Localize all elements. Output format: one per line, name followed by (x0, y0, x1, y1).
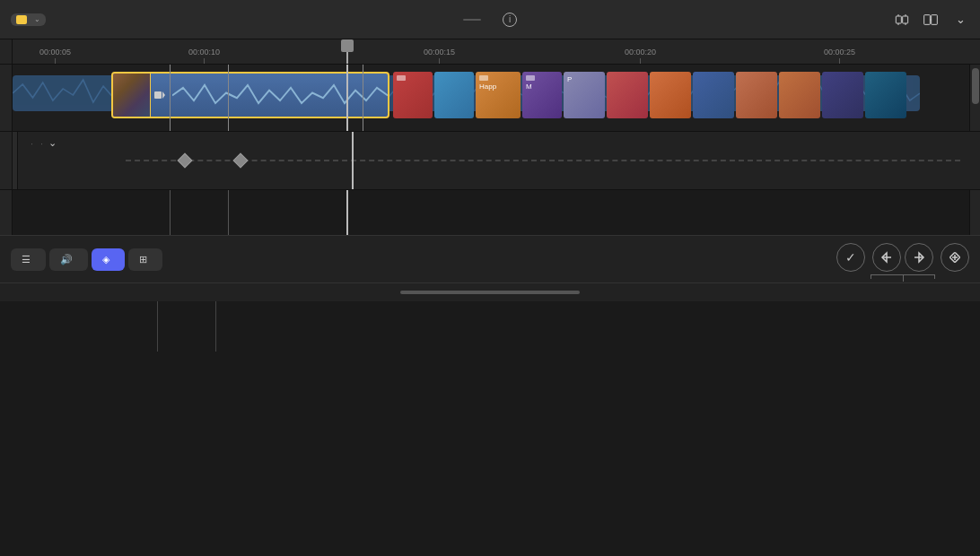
bottom-vline-1 (157, 301, 158, 352)
animate-icon: ◈ (102, 254, 109, 265)
info-icon[interactable]: i (503, 13, 517, 27)
confirm-button[interactable]: ✓ (836, 243, 865, 272)
timeline-track-area: Happ M P (0, 65, 980, 132)
bracket-center (903, 274, 904, 282)
clip-icon-small (397, 75, 406, 81)
prev-keyframe-icon (880, 251, 893, 264)
list-item[interactable] (779, 72, 820, 118)
list-item[interactable] (736, 72, 777, 118)
volume-button[interactable]: 🔊 (49, 248, 88, 271)
next-keyframe-icon (913, 251, 925, 264)
lower-vline-1 (170, 190, 171, 235)
lane-sep2: · (40, 138, 43, 149)
multicam-button[interactable]: ⊞ (128, 248, 162, 271)
lower-scrollbar (969, 190, 980, 235)
svg-rect-7 (932, 14, 938, 24)
scroll-indicator-bar (400, 291, 580, 294)
next-keyframe-button[interactable] (905, 243, 933, 272)
lower-content (13, 190, 969, 235)
bottom-toolbar: ☰ 🔊 ◈ ⊞ ✓ (0, 235, 980, 352)
prev-keyframe-button[interactable] (872, 243, 901, 272)
lane-label-row: · · ⌄ (27, 137, 57, 149)
list-item[interactable] (393, 72, 433, 118)
vertical-scrollbar[interactable] (969, 65, 980, 131)
timeline-left-gutter (0, 65, 13, 131)
bottom-vline-2 (215, 301, 216, 352)
add-keyframe-button[interactable] (941, 243, 969, 272)
right-toolbar: ⌄ (891, 9, 969, 30)
clip-text: P (567, 75, 605, 83)
animate-button[interactable]: ◈ (92, 248, 125, 271)
bracket-line (871, 274, 935, 275)
keyframe-1[interactable] (178, 153, 193, 169)
lane-left-gutter (0, 132, 13, 189)
lower-playhead (346, 190, 348, 235)
animation-lane: · · ⌄ (0, 132, 980, 190)
ruler-mark-1: 00:00:05 (39, 48, 71, 56)
list-item[interactable] (865, 72, 906, 118)
ruler-mark-4: 00:00:20 (625, 48, 656, 56)
main-video-clip[interactable] (111, 72, 389, 118)
list-item[interactable] (693, 72, 734, 118)
timeline-ruler: 00:00:05 00:00:10 00:00:15 00:00:20 00:0… (0, 39, 980, 65)
lane-sep1: · (31, 138, 33, 149)
keyframe-2[interactable] (233, 153, 249, 169)
video-icon (154, 91, 165, 99)
add-keyframe-icon (949, 251, 961, 264)
clip-thumbnail (113, 74, 151, 117)
clip-text: Happ (479, 83, 521, 91)
right-action-buttons: ✓ (836, 243, 969, 275)
svg-rect-0 (896, 16, 901, 23)
playhead-head (341, 39, 354, 52)
keyframe-nav-buttons (872, 243, 933, 272)
list-item[interactable]: Happ (476, 72, 521, 118)
top-bar: ⌄ i (0, 0, 980, 39)
options-chevron-icon: ⌄ (956, 13, 966, 26)
scroll-indicator-row (0, 283, 980, 301)
bracket-right (934, 274, 935, 279)
list-item[interactable] (434, 72, 474, 118)
drag-handle[interactable] (463, 19, 481, 21)
lower-bottom-area (0, 301, 980, 352)
lane-playhead-line (352, 132, 354, 189)
list-item[interactable] (650, 72, 691, 118)
list-item[interactable] (607, 72, 648, 118)
playhead-line-ruler (346, 52, 348, 65)
clip-selector[interactable]: ⌄ (11, 13, 46, 26)
drag-line (463, 19, 481, 21)
inspect-icon: ☰ (22, 254, 31, 265)
clip-waveform (172, 83, 388, 109)
list-item[interactable]: P (564, 72, 605, 118)
scrollbar-thumb (972, 68, 979, 104)
svg-marker-10 (162, 91, 165, 99)
clip-icon (16, 15, 27, 24)
bracket-left (871, 274, 871, 279)
clip-appearance-button[interactable] (891, 9, 913, 30)
svg-rect-9 (154, 91, 162, 99)
keyframe-nav-group (871, 243, 935, 275)
lane-opacity-chevron: ⌄ (48, 137, 57, 149)
multicam-icon: ⊞ (139, 254, 147, 265)
list-item[interactable] (822, 72, 863, 118)
zoom-button[interactable] (920, 9, 941, 30)
clip-icon-small (526, 75, 535, 81)
confirm-icon: ✓ (845, 250, 856, 265)
list-item[interactable]: M (522, 72, 562, 118)
svg-rect-1 (903, 16, 908, 23)
lane-opacity-button[interactable]: ⌄ (47, 137, 57, 149)
keyframe-track-line (126, 160, 960, 161)
zoom-icon (923, 13, 938, 27)
center-title: i (463, 13, 517, 27)
lower-timeline (0, 190, 980, 235)
bottom-buttons-row: ☰ 🔊 ◈ ⊞ ✓ (0, 236, 980, 283)
svg-rect-6 (924, 14, 931, 24)
select-section: ⌄ (11, 13, 46, 26)
lower-gutter (0, 190, 13, 235)
clip-icon-small (479, 75, 488, 81)
options-button[interactable]: ⌄ (949, 9, 969, 30)
clip-text: M (526, 83, 562, 91)
ruler-mark-5: 00:00:25 (824, 48, 855, 56)
clip-appearance-icon (895, 13, 909, 27)
ruler-mark-3: 00:00:15 (424, 48, 455, 56)
inspect-button[interactable]: ☰ (11, 248, 46, 271)
